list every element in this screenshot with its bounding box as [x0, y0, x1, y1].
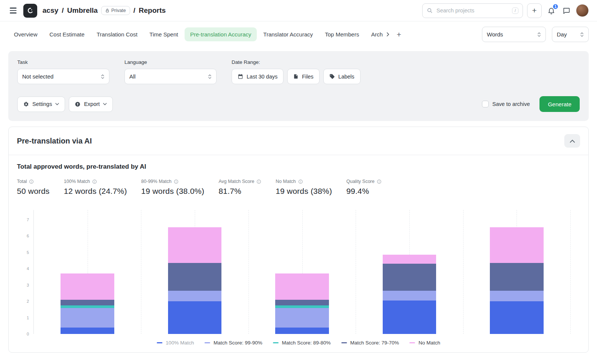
settings-button-label: Settings — [32, 101, 52, 107]
breadcrumb-project[interactable]: Umbrella — [67, 6, 98, 15]
bar-segment-no-match[interactable] — [490, 227, 544, 263]
app-logo[interactable] — [23, 4, 37, 18]
stat-value: 12 words (24.7%) — [64, 187, 127, 196]
stacked-bar-chart: 01234567 — [17, 210, 580, 334]
bar-segment-match-score-79-70[interactable] — [383, 264, 436, 291]
bar-segment-match-score-99-90[interactable] — [61, 308, 114, 328]
legend-label: Match Score: 99-90% — [214, 340, 262, 346]
files-button-label: Files — [302, 74, 314, 80]
add-tab-button[interactable]: + — [393, 29, 405, 41]
info-icon — [377, 179, 382, 184]
bar-segment-no-match[interactable] — [61, 273, 114, 299]
legend-label: 100% Match — [166, 340, 194, 346]
tabs-scroll-right-button[interactable] — [383, 30, 392, 39]
legend-item-no-match[interactable]: No Match — [409, 340, 440, 346]
breadcrumb-separator: / — [133, 6, 135, 15]
tab-pre-translation-accuracy[interactable]: Pre-translation Accuracy — [185, 27, 257, 41]
unit-select[interactable]: Words — [482, 27, 546, 42]
report-tabs-bar: OverviewCost EstimateTranslation CostTim… — [0, 21, 597, 47]
gear-icon — [23, 101, 29, 107]
caret-down-icon — [55, 103, 59, 105]
bar-segment-match-score-79-70[interactable] — [61, 300, 114, 305]
period-select[interactable]: Day — [552, 27, 589, 42]
legend-label: Match Score: 79-70% — [350, 340, 399, 346]
tab-top-members[interactable]: Top Members — [319, 27, 365, 41]
generate-button[interactable]: Generate — [539, 96, 580, 112]
bar-column-4 — [356, 210, 463, 334]
stat-quality-score: Quality Score99.4% — [346, 179, 382, 196]
bar-segment-match-score-79-70[interactable] — [275, 300, 329, 305]
hamburger-menu-icon[interactable] — [8, 6, 18, 15]
bar-segment-no-match[interactable] — [275, 273, 329, 299]
y-tick-label: 5 — [27, 250, 29, 255]
gridline — [570, 210, 571, 334]
select-caret-icon — [101, 74, 105, 79]
search-projects-box[interactable]: / — [422, 3, 523, 18]
task-filter-group: Task Not selected — [17, 59, 109, 84]
stacked-bar-1[interactable] — [61, 273, 114, 334]
stacked-bar-2[interactable] — [168, 227, 222, 334]
bar-column-3 — [248, 210, 356, 334]
create-project-button[interactable]: + — [527, 3, 542, 18]
report-title: Pre-translation via AI — [17, 137, 92, 145]
stat-label: No Match — [276, 179, 296, 184]
save-to-archive-checkbox[interactable] — [482, 101, 489, 107]
tab-translation-cost[interactable]: Translation Cost — [91, 27, 143, 41]
labels-filter-button[interactable]: Labels — [323, 69, 361, 84]
legend-marker — [273, 342, 279, 343]
legend-item-100-match[interactable]: 100% Match — [157, 340, 194, 346]
tab-translator-accuracy[interactable]: Translator Accuracy — [258, 27, 318, 41]
stacked-bar-3[interactable] — [275, 273, 329, 334]
stacked-bar-4[interactable] — [383, 255, 436, 334]
bar-segment-100-match[interactable] — [61, 328, 114, 334]
chevron-up-icon — [570, 139, 575, 143]
legend-item-match-score-99-90[interactable]: Match Score: 99-90% — [205, 340, 262, 346]
task-select[interactable]: Not selected — [17, 69, 109, 84]
bar-column-1 — [34, 210, 141, 334]
bar-segment-no-match[interactable] — [168, 227, 222, 263]
export-icon — [75, 101, 80, 107]
tab-time-spent[interactable]: Time Spent — [144, 27, 184, 41]
bar-segment-100-match[interactable] — [168, 301, 222, 334]
bar-segment-100-match[interactable] — [490, 301, 544, 334]
select-caret-icon — [537, 32, 541, 37]
legend-item-match-score-89-80[interactable]: Match Score: 89-80% — [273, 340, 331, 346]
breadcrumb-org[interactable]: acsy — [42, 6, 58, 15]
bar-segment-100-match[interactable] — [383, 301, 436, 334]
legend-item-match-score-79-70[interactable]: Match Score: 79-70% — [341, 340, 399, 346]
chevron-right-icon — [385, 32, 391, 37]
caret-down-icon — [103, 103, 107, 105]
bar-segment-no-match[interactable] — [383, 255, 436, 264]
bar-segment-match-score-99-90[interactable] — [490, 291, 544, 301]
collapse-section-button[interactable] — [564, 134, 580, 148]
tab-overview[interactable]: Overview — [8, 27, 43, 41]
settings-button[interactable]: Settings — [17, 97, 65, 112]
notifications-button[interactable]: 1 — [546, 5, 557, 16]
logo-bird-icon — [26, 6, 35, 15]
bar-segment-100-match[interactable] — [275, 328, 329, 334]
tab-cost-estimate[interactable]: Cost Estimate — [44, 27, 90, 41]
stat-avg-match-score: Avg Match Score81.7% — [218, 179, 261, 196]
bar-segment-match-score-99-90[interactable] — [275, 308, 329, 328]
bar-segment-match-score-79-70[interactable] — [490, 263, 544, 291]
messages-button[interactable] — [561, 5, 572, 16]
tab-arch[interactable]: Arch — [365, 27, 383, 41]
files-filter-button[interactable]: Files — [287, 69, 320, 84]
legend-marker — [205, 342, 210, 343]
stacked-bar-5[interactable] — [490, 227, 544, 334]
language-select[interactable]: All — [124, 69, 217, 84]
date-range-button[interactable]: Last 30 days — [232, 69, 283, 84]
labels-button-label: Labels — [338, 74, 355, 80]
stat-label: Quality Score — [346, 179, 374, 184]
file-icon — [293, 74, 298, 79]
export-button[interactable]: Export — [69, 97, 113, 112]
search-icon — [427, 8, 433, 14]
bar-segment-match-score-79-70[interactable] — [168, 263, 222, 291]
user-avatar[interactable] — [576, 4, 589, 17]
bar-segment-match-score-99-90[interactable] — [168, 291, 222, 301]
report-card: Pre-translation via AI Total approved wo… — [8, 127, 589, 353]
stats-row: Total50 words100% Match12 words (24.7%)8… — [17, 179, 580, 196]
search-input[interactable] — [436, 7, 509, 14]
bar-segment-match-score-99-90[interactable] — [383, 291, 436, 301]
tag-icon — [329, 74, 335, 79]
